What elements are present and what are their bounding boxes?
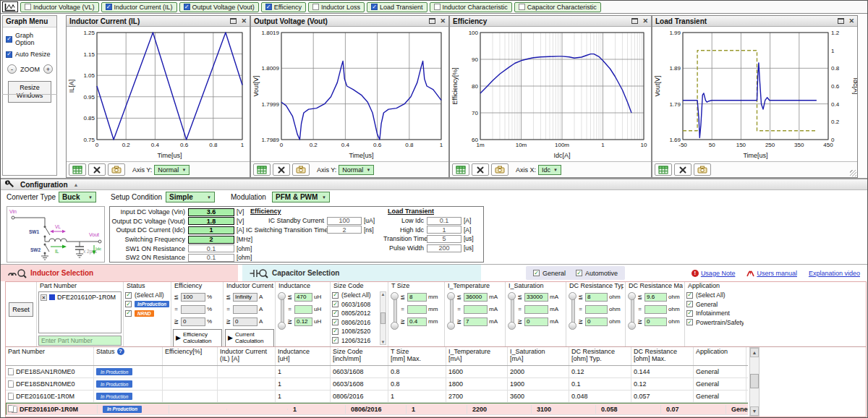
axis-select[interactable]: Normal▼ bbox=[339, 165, 374, 175]
settings-button[interactable] bbox=[674, 163, 692, 176]
graph-menu-option-auto-resize[interactable]: ✓Auto Resize bbox=[3, 46, 56, 58]
filter-inductance-eq-input[interactable] bbox=[294, 305, 312, 314]
slider-handle-max[interactable] bbox=[447, 292, 455, 300]
checkbox-unchecked-icon[interactable] bbox=[519, 4, 525, 10]
filter-t-size-ge-input[interactable] bbox=[407, 317, 427, 326]
load-transient-pulse-width-input[interactable] bbox=[427, 244, 461, 252]
config-output-dc-voltage-vout-input[interactable] bbox=[188, 217, 234, 225]
checkbox-checked-icon[interactable]: ✓ bbox=[332, 310, 339, 317]
maximize-icon[interactable] bbox=[838, 18, 844, 24]
table-row[interactable]: DFE201610E-1R0MIn Production10806/201612… bbox=[6, 391, 748, 403]
collapse-icon[interactable]: ▲ bbox=[74, 182, 79, 187]
checkbox-checked-icon[interactable]: ✓ bbox=[332, 337, 339, 344]
checkbox-checked-icon[interactable]: ✓ bbox=[106, 4, 112, 10]
load-transient-transition-time-input[interactable] bbox=[427, 235, 461, 243]
filter-option-0805-2012[interactable]: ✓0805/2012 bbox=[332, 309, 380, 318]
table-row[interactable]: DFE18SBN1R0ME0In Production10603/16080.8… bbox=[6, 378, 748, 391]
load-transient-low-idc-input[interactable] bbox=[427, 217, 461, 225]
filter-option-general[interactable]: ✓General bbox=[686, 300, 742, 310]
csv-export-button[interactable] bbox=[452, 163, 469, 176]
slider-handle-max[interactable] bbox=[628, 292, 636, 300]
checkbox-checked-icon[interactable]: ✓ bbox=[6, 36, 12, 43]
config-sw1-on-resistance-input[interactable] bbox=[188, 244, 234, 252]
snapshot-button[interactable] bbox=[108, 163, 125, 176]
graph-toggle-inductor-loss[interactable]: Inductor Loss bbox=[308, 2, 365, 12]
scroll-thumb[interactable] bbox=[750, 374, 759, 388]
filter-t-size-eq-input[interactable] bbox=[407, 305, 427, 314]
zoom-in-button[interactable]: + bbox=[43, 64, 53, 74]
checkbox-checked-icon[interactable]: ✓ bbox=[576, 270, 582, 276]
settings-button[interactable] bbox=[88, 163, 106, 176]
config-input-dc-voltage-vin-input[interactable] bbox=[188, 208, 234, 216]
filter-option-0603-1608[interactable]: ✓0603/1608 bbox=[332, 300, 380, 310]
filter-option-1206-3216[interactable]: ✓1206/3216 bbox=[332, 336, 380, 346]
filter-i-saturation-eq-input[interactable] bbox=[524, 305, 548, 314]
csv-export-button[interactable] bbox=[655, 163, 672, 176]
maximize-icon[interactable] bbox=[631, 18, 638, 24]
filter-efficiency-eq-input[interactable] bbox=[181, 305, 205, 314]
settings-button[interactable] bbox=[273, 163, 290, 176]
zoom-out-button[interactable]: - bbox=[7, 64, 17, 74]
resize-windows-button[interactable]: Resize Windows bbox=[8, 81, 51, 103]
slider-handle-min[interactable] bbox=[391, 322, 399, 330]
tab-inductor-selection[interactable]: Inductor Selection bbox=[1, 265, 238, 281]
checkbox-checked-icon[interactable]: ✓ bbox=[265, 4, 272, 10]
scroll-up-icon[interactable]: ▲ bbox=[381, 292, 386, 297]
filter-dc-resistance-typ-eq-input[interactable] bbox=[585, 305, 608, 314]
filter-i-temperature-eq-input[interactable] bbox=[464, 305, 488, 314]
checkbox-checked-icon[interactable]: ✓ bbox=[125, 301, 132, 307]
csv-export-button[interactable] bbox=[253, 163, 271, 176]
slider-handle-min[interactable] bbox=[569, 322, 576, 330]
checkbox-checked-icon[interactable]: ✓ bbox=[332, 301, 339, 307]
filter-efficiency-ge-input[interactable] bbox=[181, 317, 205, 326]
slider-handle-max[interactable] bbox=[391, 292, 399, 300]
axis-select[interactable]: Idc▼ bbox=[538, 165, 561, 175]
snapshot-button[interactable] bbox=[292, 163, 310, 176]
range-slider[interactable] bbox=[568, 292, 577, 330]
axis-select[interactable]: Normal▼ bbox=[154, 165, 190, 175]
slider-handle-min[interactable] bbox=[447, 322, 455, 330]
scroll-down-icon[interactable]: ▼ bbox=[750, 406, 759, 416]
checkbox-checked-icon[interactable]: ✓ bbox=[686, 319, 693, 325]
graph-toggle-inductor-current-il[interactable]: ✓Inductor Current (IL) bbox=[101, 2, 177, 12]
slider-handle-max[interactable] bbox=[278, 292, 286, 300]
scope-checkbox-general[interactable]: ✓General bbox=[533, 270, 566, 277]
graph-menu-option-graph-option[interactable]: ✓Graph Option bbox=[3, 27, 56, 46]
range-slider[interactable] bbox=[627, 292, 637, 330]
slider-handle-max[interactable] bbox=[569, 292, 576, 300]
load-transient-high-idc-input[interactable] bbox=[427, 226, 461, 234]
datasheet-icon[interactable] bbox=[8, 405, 14, 412]
filter-dc-resistance-max-ge-input[interactable] bbox=[644, 317, 667, 326]
checkbox-checked-icon[interactable]: ✓ bbox=[371, 4, 378, 10]
checkbox-unchecked-icon[interactable] bbox=[312, 4, 319, 10]
checkbox-checked-icon[interactable]: ✓ bbox=[686, 301, 693, 307]
filter-dc-resistance-typ-le-input[interactable] bbox=[585, 293, 608, 302]
filter-i-temperature-le-input[interactable] bbox=[464, 293, 488, 302]
efficiency-ic-standby-current-input[interactable] bbox=[327, 217, 362, 225]
filter-inductor-current-le-input[interactable] bbox=[233, 293, 258, 302]
scroll-down-icon[interactable]: ▼ bbox=[381, 340, 386, 344]
efficiency-ic-switching-transition-time-input[interactable] bbox=[327, 226, 362, 234]
setup-condition-select[interactable]: Simple▼ bbox=[166, 192, 215, 202]
slider-handle-max[interactable] bbox=[508, 292, 516, 300]
scroll-thumb[interactable] bbox=[380, 312, 386, 324]
graph-toggle-inductor-voltage-vl[interactable]: Inductor Voltage (VL) bbox=[20, 2, 99, 12]
config-output-dc-current-idc-input[interactable] bbox=[188, 226, 234, 234]
filter-option-select-all[interactable]: ✓(Select All) bbox=[332, 291, 380, 300]
snapshot-button[interactable] bbox=[694, 163, 711, 176]
settings-button[interactable] bbox=[472, 163, 489, 176]
table-row[interactable]: DFE18SAN1R0ME0In Production10603/16080.8… bbox=[6, 366, 748, 378]
filter-option-select-all[interactable]: ✓(Select All) bbox=[125, 291, 169, 300]
checkbox-unchecked-icon[interactable] bbox=[25, 4, 31, 10]
table-row[interactable]: DFE201610P-1R0MIn Production10806/201612… bbox=[6, 403, 748, 415]
maximize-icon[interactable] bbox=[230, 18, 237, 24]
reset-button[interactable]: Reset bbox=[9, 302, 33, 317]
filter-option-1008-2520[interactable]: ✓1008/2520 bbox=[332, 327, 380, 336]
filter-inductor-current-ge-input[interactable] bbox=[233, 317, 258, 326]
graph-toggle-capacitor-characteristic[interactable]: Capacitor Characteristic bbox=[514, 2, 601, 12]
range-slider[interactable] bbox=[277, 292, 286, 330]
filter-dc-resistance-max-eq-input[interactable] bbox=[644, 305, 667, 314]
datasheet-icon[interactable] bbox=[8, 393, 14, 400]
filter-i-temperature-ge-input[interactable] bbox=[464, 317, 488, 326]
slider-handle-min[interactable] bbox=[278, 322, 286, 330]
